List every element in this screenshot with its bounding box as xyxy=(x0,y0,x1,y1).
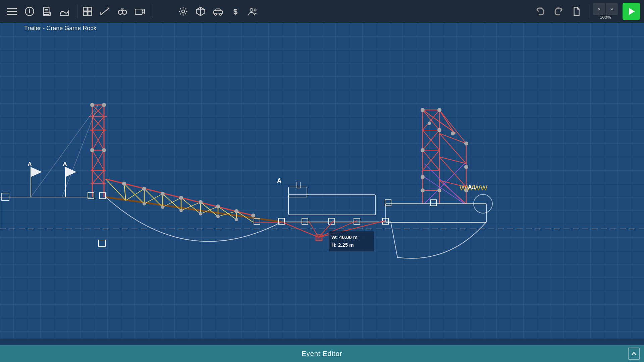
svg-point-102 xyxy=(216,215,220,218)
measure-button[interactable] xyxy=(97,3,113,19)
svg-point-97 xyxy=(251,214,255,218)
money-button[interactable]: $ xyxy=(227,3,244,19)
svg-rect-21 xyxy=(135,9,142,14)
svg-point-20 xyxy=(122,10,127,14)
svg-point-99 xyxy=(161,205,164,209)
camera-button[interactable] xyxy=(132,3,148,19)
svg-rect-110 xyxy=(354,218,360,224)
svg-point-145 xyxy=(421,108,425,112)
svg-rect-13 xyxy=(88,7,92,11)
svg-rect-0 xyxy=(7,8,17,9)
cube-button[interactable] xyxy=(193,3,209,19)
svg-rect-62 xyxy=(88,193,94,199)
svg-line-140 xyxy=(439,157,466,164)
svg-rect-167 xyxy=(288,187,307,197)
zoom-level: 100% xyxy=(600,15,611,20)
svg-marker-171 xyxy=(31,167,42,177)
svg-line-79 xyxy=(163,194,181,210)
svg-rect-63 xyxy=(100,193,106,199)
binoculars-button[interactable] xyxy=(114,3,130,19)
svg-marker-173 xyxy=(65,167,76,177)
new-document-button[interactable] xyxy=(569,3,585,19)
svg-point-95 xyxy=(216,204,220,208)
svg-point-93 xyxy=(179,196,183,200)
svg-point-103 xyxy=(235,218,238,221)
svg-line-16 xyxy=(101,8,109,15)
svg-rect-12 xyxy=(84,7,87,11)
settings-button[interactable] xyxy=(175,3,191,19)
svg-point-152 xyxy=(464,165,468,169)
document-button[interactable] xyxy=(39,3,55,19)
menu-button[interactable] xyxy=(4,3,20,19)
redo-button[interactable] xyxy=(550,3,567,19)
svg-point-100 xyxy=(179,209,183,212)
anchor-label-1: A xyxy=(28,161,32,168)
bottom-bar: Event Editor xyxy=(0,345,644,362)
svg-point-94 xyxy=(199,200,203,204)
svg-line-69 xyxy=(124,184,126,200)
svg-point-96 xyxy=(234,209,238,213)
svg-rect-166 xyxy=(288,195,376,215)
svg-point-98 xyxy=(143,202,146,205)
svg-rect-2 xyxy=(7,14,17,15)
anchor-label-3: A xyxy=(277,177,281,184)
measurement-height: H: 2.25 m xyxy=(331,242,354,248)
svg-marker-35 xyxy=(629,8,635,15)
people-button[interactable] xyxy=(245,3,261,19)
svg-text:i: i xyxy=(29,8,31,14)
svg-point-147 xyxy=(421,148,425,152)
nav-next-button[interactable]: » xyxy=(606,3,618,15)
svg-rect-15 xyxy=(88,12,92,15)
svg-point-150 xyxy=(437,188,441,192)
svg-rect-158 xyxy=(430,200,436,206)
svg-point-92 xyxy=(161,192,165,196)
svg-point-59 xyxy=(102,103,106,107)
svg-rect-14 xyxy=(84,12,87,15)
svg-rect-117 xyxy=(316,235,322,241)
svg-point-91 xyxy=(142,187,146,191)
svg-point-154 xyxy=(421,188,425,192)
svg-point-90 xyxy=(122,182,126,186)
anchor-label-2: A xyxy=(63,161,67,168)
expand-button[interactable] xyxy=(628,348,640,360)
svg-point-61 xyxy=(102,148,106,152)
svg-rect-1 xyxy=(7,11,17,12)
svg-line-84 xyxy=(126,189,144,200)
svg-point-155 xyxy=(428,122,431,125)
scene-svg: W: 40.00 m H: 2.25 m xyxy=(0,23,644,339)
svg-point-31 xyxy=(250,8,253,11)
bridge-button[interactable] xyxy=(56,3,72,19)
grid-button[interactable] xyxy=(79,3,96,19)
measurement-width: W: 40.00 m xyxy=(331,234,358,240)
svg-point-23 xyxy=(182,10,185,13)
svg-point-60 xyxy=(90,148,94,152)
event-editor-label: Event Editor xyxy=(302,350,342,358)
svg-point-148 xyxy=(437,128,441,132)
play-button[interactable] xyxy=(623,3,640,20)
svg-point-151 xyxy=(464,141,468,145)
car-button[interactable] xyxy=(210,3,226,19)
info-button[interactable]: i xyxy=(21,3,38,19)
svg-rect-64 xyxy=(99,240,105,247)
canvas-area[interactable]: W: 40.00 m H: 2.25 m xyxy=(0,23,644,339)
svg-marker-22 xyxy=(142,9,145,13)
svg-line-85 xyxy=(144,194,163,204)
svg-point-149 xyxy=(421,175,425,179)
svg-line-66 xyxy=(31,105,98,197)
toolbar: i $ xyxy=(0,0,644,23)
undo-button[interactable] xyxy=(532,3,548,19)
svg-line-122 xyxy=(439,110,454,133)
svg-point-58 xyxy=(90,103,94,107)
svg-point-146 xyxy=(437,108,441,112)
svg-text:A.1: A.1 xyxy=(468,184,476,190)
svg-point-101 xyxy=(199,212,202,216)
svg-rect-108 xyxy=(302,218,308,224)
nav-prev-button[interactable]: « xyxy=(593,3,605,15)
svg-line-112 xyxy=(282,222,319,237)
svg-text:$: $ xyxy=(233,7,238,16)
svg-point-32 xyxy=(254,9,256,11)
svg-point-156 xyxy=(451,131,455,135)
svg-point-19 xyxy=(118,10,123,14)
nav-arrows-group: « » 100% xyxy=(593,3,618,20)
